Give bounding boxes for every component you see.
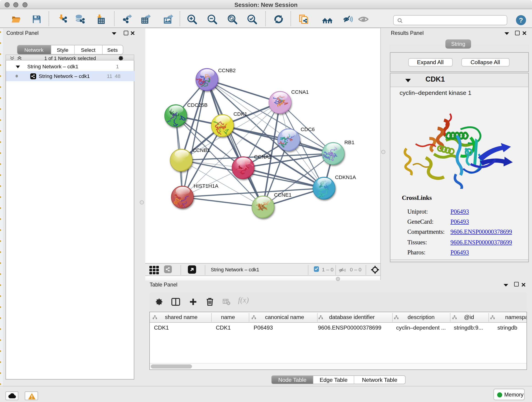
svg-text:CCNB1: CCNB1 bbox=[192, 147, 210, 153]
svg-text:HIST1H1A: HIST1H1A bbox=[194, 183, 219, 189]
svg-text:CDC6: CDC6 bbox=[301, 127, 315, 132]
svg-text:RB1: RB1 bbox=[344, 140, 355, 145]
svg-text:CDK1: CDK1 bbox=[234, 111, 247, 117]
svg-text:CDC25B: CDC25B bbox=[187, 102, 208, 108]
svg-text:CCNA1: CCNA1 bbox=[291, 89, 309, 95]
svg-text:CDKN1A: CDKN1A bbox=[335, 174, 356, 180]
svg-text:CCNE1: CCNE1 bbox=[274, 192, 292, 198]
svg-text:CCNB2: CCNB2 bbox=[218, 68, 236, 73]
svg-text:CCNA2: CCNA2 bbox=[254, 154, 272, 160]
